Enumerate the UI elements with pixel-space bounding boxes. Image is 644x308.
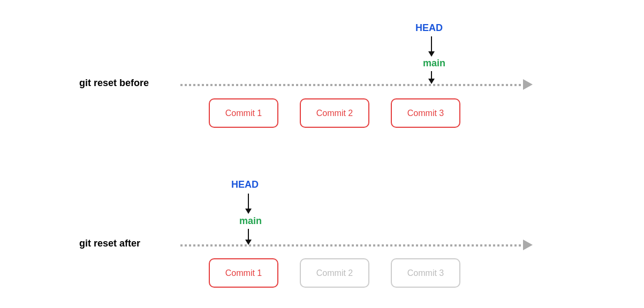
before-label: git reset before bbox=[79, 78, 149, 89]
before-commit-3: Commit 3 bbox=[391, 98, 460, 128]
before-main-label: main bbox=[423, 58, 445, 69]
after-commit-3: Commit 3 bbox=[391, 258, 460, 288]
diagram-container: git reset before HEAD main Commit 1 Comm… bbox=[0, 0, 644, 308]
before-commit-2: Commit 2 bbox=[300, 98, 369, 128]
before-main-to-timeline-arrow bbox=[428, 71, 435, 84]
before-timeline bbox=[180, 84, 523, 86]
before-timeline-arrow bbox=[523, 79, 533, 90]
before-head-to-main-arrow bbox=[428, 36, 435, 57]
before-commit-1: Commit 1 bbox=[209, 98, 278, 128]
after-commit-1: Commit 1 bbox=[209, 258, 278, 288]
after-timeline bbox=[180, 244, 523, 247]
after-commit-2: Commit 2 bbox=[300, 258, 369, 288]
after-main-to-timeline-arrow bbox=[245, 229, 252, 245]
after-label: git reset after bbox=[79, 238, 140, 249]
before-head-label: HEAD bbox=[415, 22, 443, 34]
after-head-label: HEAD bbox=[231, 179, 259, 190]
after-main-label: main bbox=[239, 215, 262, 227]
after-head-to-main-arrow bbox=[245, 194, 252, 214]
after-timeline-arrow bbox=[523, 240, 533, 250]
